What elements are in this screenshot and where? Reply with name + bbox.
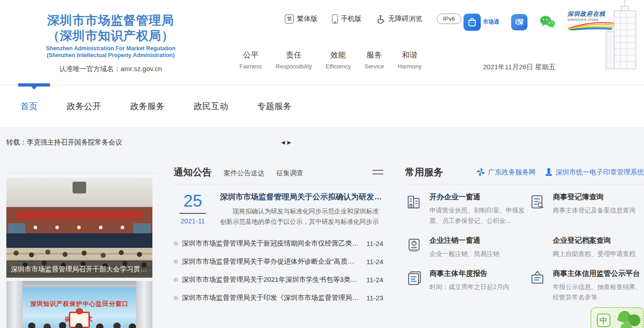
slide1-audience-heads [14, 251, 19, 256]
service-annual-report[interactable]: 商事主体年度报告 时间：成立周年之日起2月内 [405, 269, 528, 303]
notices-more-icon[interactable] [372, 167, 383, 177]
featured-notice-day: 25 [174, 192, 212, 211]
notice-date: 11-24 [366, 240, 383, 247]
notices-title: 通知公告 [174, 166, 212, 178]
service-desc: 年报公示信息、抽查检查结果、经营异常名录等 [553, 282, 644, 303]
featured-date-divider [180, 213, 206, 214]
mobile-version-link[interactable]: 手机版 [332, 14, 361, 24]
service-title: 商事登记簿查询 [553, 193, 644, 202]
tab-case-announcements[interactable]: 案件公告送达 [224, 169, 264, 178]
official-domain-note: 认准唯一官方域名：amr.sz.gov.cn [12, 65, 210, 73]
notice-date: 11-23 [366, 294, 383, 302]
pinwheel-icon [476, 168, 485, 177]
eseal-system-link[interactable]: 深圳市统一电子印章管理系统 [545, 168, 644, 177]
service-title: 企业登记档案查询 [553, 236, 644, 246]
slide1-caption: 深圳市市场监督管理局召开干部大会学习贯彻党的十... [6, 260, 152, 278]
service-credit-platform[interactable]: 商事主体信用监管公示平台 年报公示信息、抽查检查结果、经营异常名录等 [528, 269, 644, 303]
ipv6-badge[interactable]: IPv6 [437, 14, 461, 24]
market-app-icon [463, 14, 481, 31]
featured-notice-title[interactable]: 深圳市市场监督管理局关于公示拟确认为研发与标... [220, 192, 383, 202]
featured-notice-datebox: 25 2021-11 [174, 192, 212, 227]
slide2-pillar-left [6, 281, 23, 328]
mobile-phone-icon [332, 14, 338, 24]
traditional-chinese-label: 繁体版 [297, 14, 317, 23]
bullet-icon [174, 296, 178, 300]
site-title-cn-line1: 深圳市市场监督管理局 [12, 13, 210, 28]
slide1-wall [6, 207, 152, 233]
nav-item-interaction[interactable]: 政民互动 [194, 101, 228, 112]
service-title: 商事主体信用监管公示平台 [553, 269, 644, 279]
i-shenzhen-app-label: i深 [515, 18, 523, 26]
nav-item-gov-services[interactable]: 政务服务 [130, 101, 165, 112]
site-title-cn-line2: （深圳市知识产权局） [12, 28, 210, 43]
notice-row[interactable]: 深圳市市场监督管理局关于2021年深圳市学生书包等3类产... 11-24 [174, 270, 383, 289]
annual-report-icon [405, 269, 423, 287]
traditional-chinese-icon: 繁 [285, 14, 294, 24]
services-title: 常用服务 [405, 166, 443, 178]
value-service: 服务 Service [364, 50, 384, 70]
featured-notice-text: 深圳市市场监督管理局关于公示拟确认为研发与标... 现将拟确认为研发与标准化同步… [220, 192, 383, 227]
notice-row[interactable]: 深圳市市场监督管理局关于新冠疫情期间全市仅经营乙类非... 11-24 [174, 234, 383, 252]
service-desc: 时间：成立周年之日起2月内 [429, 282, 528, 292]
carousel-slide-meeting[interactable]: 深圳市市场监督管理局召开干部大会学习贯彻党的十... [6, 178, 152, 278]
service-title: 开办企业一窗通 [429, 193, 528, 202]
market-app-link[interactable]: 市场通 [463, 14, 499, 31]
slide2-pillar-right [136, 281, 152, 328]
featured-notice-summary: 现将拟确认为研发与标准化同步示范企业和深圳标准创新示范基地的单位予以公示，其中研… [220, 206, 383, 227]
archive-search-icon-placeholder [528, 236, 546, 254]
notice-title: 深圳市市场监督管理局关于印发《深圳市市场监督管理局商... [182, 294, 359, 302]
featured-notice-month: 2021-11 [174, 217, 212, 225]
guangdong-gov-service-link[interactable]: 广东政务服务网 [476, 168, 536, 177]
ticker-prefix: 转载： [6, 138, 27, 147]
service-desc: 网上自助查档、受理申请查档 [553, 249, 644, 259]
value-responsibility: 责任 Responsibility [276, 50, 312, 70]
nav-item-special-services[interactable]: 专题服务 [257, 101, 292, 112]
page: 深圳市市场监督管理局 （深圳市知识产权局） Shenzhen Administr… [0, 0, 644, 328]
nav-item-home[interactable]: 首页 [20, 101, 38, 112]
active-tab-indicator [18, 83, 50, 87]
ticker-headline-link[interactable]: 李克强主持召开国务院常务会议 [27, 138, 122, 147]
service-deregistration[interactable]: 企业注销一窗通 企业一般注销、简易注销 [405, 236, 528, 259]
ticker-arrows: ◀ ▶ [281, 140, 291, 145]
eseal-system-label: 深圳市统一电子印章管理系统 [556, 168, 644, 177]
site-logo[interactable]: 深圳市市场监督管理局 （深圳市知识产权局） Shenzhen Administr… [12, 13, 210, 73]
slide2-ribbon [76, 308, 83, 314]
carousel-slide-ceremony[interactable]: 深圳知识产权保护中心盐田分窗口 揭牌仪式 [6, 281, 152, 328]
slide1-red-banner [16, 212, 142, 218]
notice-row[interactable]: 深圳市市场监督管理局关于举办促进体外诊断企业“高质量... 11-24 [174, 252, 383, 270]
traditional-chinese-link[interactable]: 繁 繁体版 [285, 14, 317, 24]
ticker-prev-arrow[interactable]: ◀ [281, 140, 285, 145]
service-archive-search[interactable]: 企业登记档案查询 网上自助查档、受理申请查档 [528, 236, 644, 259]
site-title-en-line1: Shenzhen Administration For Market Regul… [12, 45, 210, 52]
notice-date: 11-24 [366, 276, 383, 284]
wechat-icon[interactable] [539, 15, 556, 29]
value-efficiency: 效能 Efficiency [326, 50, 351, 70]
document-search-icon [528, 193, 546, 211]
service-open-business[interactable]: 开办企业一窗通 申请营业执照、刻制印章、申领发票、员工参保登记、公积金... [405, 193, 528, 226]
notices-header: 通知公告 案件公告送达 征集调查 [174, 166, 383, 178]
notice-date: 11-24 [366, 258, 383, 265]
tab-surveys[interactable]: 征集调查 [276, 169, 303, 178]
header-quick-links: 繁 繁体版 手机版 无障碍浏览 IPv6 [285, 14, 461, 24]
services-header: 常用服务 广东政务服务网 [405, 166, 644, 178]
ticker-next-arrow[interactable]: ▶ [287, 140, 291, 145]
news-ticker: 转载： 李克强主持召开国务院常务会议 [6, 138, 122, 147]
nav-item-gov-disclosure[interactable]: 政务公开 [67, 101, 101, 112]
notices-divider [174, 184, 383, 184]
hanging-board-icon [528, 269, 546, 287]
featured-notice[interactable]: 25 2021-11 深圳市市场监督管理局关于公示拟确认为研发与标... 现将拟… [174, 192, 383, 227]
service-desc: 商事主体登记及备案信息查询 [553, 205, 644, 216]
carousel-divider [6, 173, 157, 173]
bullet-icon [174, 241, 178, 246]
floating-green-widget[interactable]: 中 [590, 307, 644, 328]
market-app-label: 市场通 [483, 18, 499, 26]
accessibility-link[interactable]: 无障碍浏览 [376, 14, 422, 24]
stamp-icon [545, 168, 553, 177]
notice-row[interactable]: 深圳市市场监督管理局关于印发《深圳市市场监督管理局商... 11-23 [174, 289, 383, 307]
service-desc: 企业一般注销、简易注销 [429, 249, 528, 259]
service-registry-search[interactable]: 商事登记簿查询 商事主体登记及备案信息查询 [528, 193, 644, 226]
services-divider [405, 184, 644, 184]
slide2-ceiling-truss [6, 281, 152, 287]
notice-title: 深圳市市场监督管理局关于2021年深圳市学生书包等3类产... [182, 275, 359, 284]
i-shenzhen-app-icon[interactable]: i深 [511, 14, 527, 30]
